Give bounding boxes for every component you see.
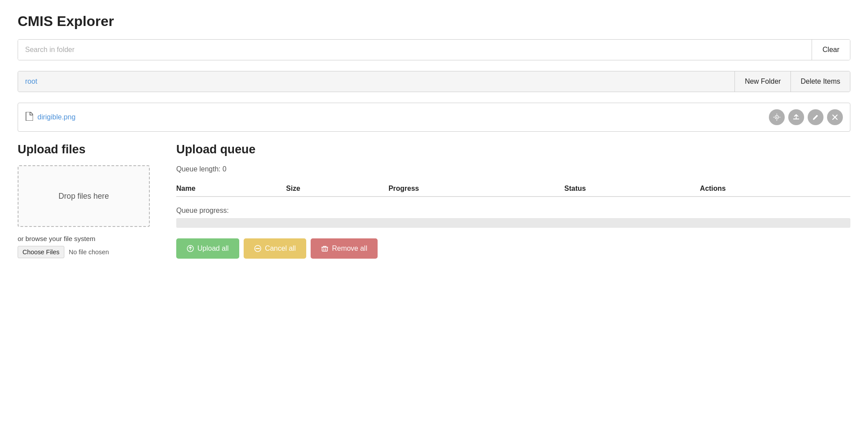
svg-point-1 [776,117,778,118]
drop-zone[interactable]: Drop files here [18,165,150,227]
cancel-all-button[interactable]: Cancel all [244,238,306,259]
view-button[interactable] [769,109,785,125]
choose-files-button[interactable]: Choose Files [18,246,64,258]
upload-button[interactable] [788,109,804,125]
queue-length: Queue length: 0 [176,165,850,173]
browse-section: or browse your file system Choose Files … [18,235,150,258]
col-name: Name [176,181,282,197]
edit-button[interactable] [808,109,823,125]
browse-text: or browse your file system [18,235,150,242]
upload-all-icon [187,245,194,252]
upload-queue-title: Upload queue [176,142,850,156]
folder-path[interactable]: root [18,71,734,92]
no-file-text: No file chosen [69,249,109,256]
new-folder-button[interactable]: New Folder [734,71,790,92]
remove-all-button[interactable]: Remove all [311,238,378,259]
upload-files-section: Upload files Drop files here or browse y… [18,142,150,258]
upload-all-button[interactable]: Upload all [176,238,239,259]
main-content: Upload files Drop files here or browse y… [18,142,850,259]
upload-files-title: Upload files [18,142,150,156]
clear-button[interactable]: Clear [812,40,850,60]
queue-progress-label: Queue progress: [176,207,850,215]
file-actions [769,109,843,125]
action-buttons: Upload all Cancel all Remove all [176,238,850,259]
col-size: Size [282,181,384,197]
file-name[interactable]: dirigible.png [37,113,769,121]
drop-zone-text: Drop files here [59,192,109,201]
cancel-all-icon [254,245,261,252]
app-title: CMIS Explorer [18,13,850,30]
browse-row: Choose Files No file chosen [18,246,150,258]
remove-button[interactable] [827,109,843,125]
svg-rect-11 [322,247,327,251]
search-input[interactable] [18,40,812,60]
queue-table: Name Size Progress Status Actions [176,181,850,197]
progress-bar-container [176,218,850,228]
upload-queue-section: Upload queue Queue length: 0 Name Size P… [176,142,850,259]
remove-all-icon [321,245,328,252]
file-item: dirigible.png [18,103,850,132]
col-actions: Actions [696,181,850,197]
col-status: Status [560,181,696,197]
folder-bar: root New Folder Delete Items [18,71,850,92]
file-icon [25,112,33,123]
search-bar: Clear [18,39,850,60]
col-progress: Progress [384,181,560,197]
delete-items-button[interactable]: Delete Items [790,71,850,92]
